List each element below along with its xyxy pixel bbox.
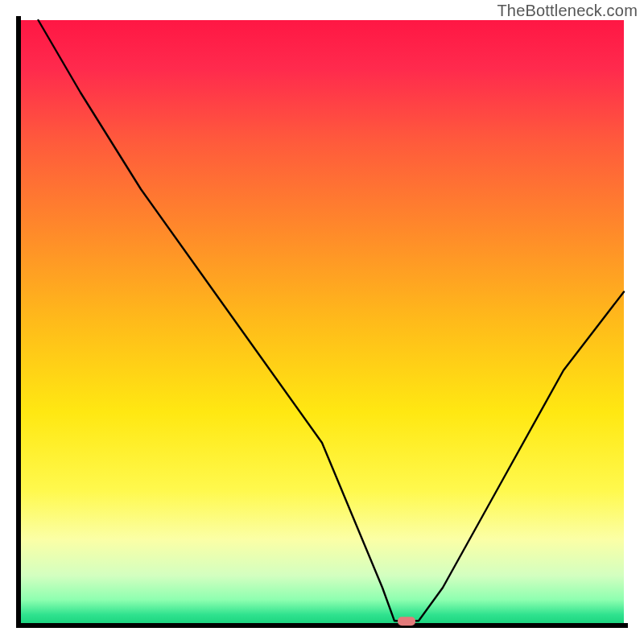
- chart-svg: [0, 0, 644, 644]
- axis-bottom: [16, 623, 628, 628]
- axis-left: [16, 16, 21, 628]
- watermark-text: TheBottleneck.com: [497, 2, 638, 20]
- plot-background: [20, 20, 624, 624]
- bottleneck-chart: TheBottleneck.com: [0, 0, 644, 644]
- optimal-marker: [398, 617, 415, 625]
